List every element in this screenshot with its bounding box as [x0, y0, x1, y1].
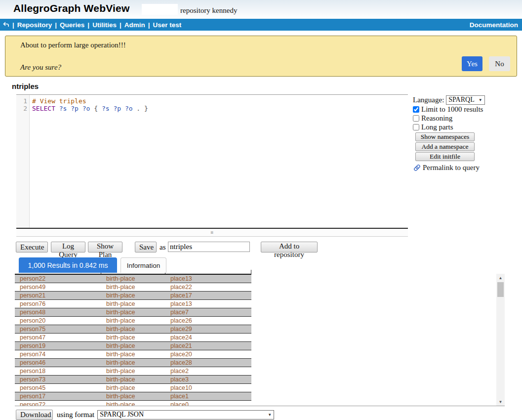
result-cell[interactable]: birth-place — [101, 308, 165, 316]
show-plan-button[interactable]: Show Plan — [88, 242, 122, 252]
nav-item-queries[interactable]: Queries — [60, 21, 84, 29]
language-select[interactable]: SPARQL ▼ — [446, 95, 484, 105]
result-cell[interactable]: place21 — [165, 342, 251, 350]
result-cell[interactable]: birth-place — [101, 359, 165, 367]
scroll-down-icon[interactable]: ▼ — [496, 398, 505, 406]
result-cell[interactable]: birth-place — [101, 292, 165, 299]
execute-button[interactable]: Execute — [16, 242, 48, 252]
nav-items: |Repository|Queries|Utilities|Admin|User… — [9, 21, 181, 29]
checkbox-reasoning[interactable] — [413, 115, 419, 122]
result-cell[interactable]: person47 — [15, 334, 101, 341]
sparql-code-editor[interactable]: 1# View triples2SELECT ?s ?p ?o { ?s ?p … — [16, 94, 408, 229]
result-cell[interactable]: person72 — [15, 401, 101, 406]
result-cell[interactable]: birth-place — [101, 325, 165, 333]
app-title: AllegroGraph WebView — [13, 2, 129, 14]
result-cell[interactable]: person73 — [15, 376, 101, 383]
scroll-up-icon[interactable]: ▲ — [496, 274, 505, 282]
show-namespaces-button[interactable]: Show namespaces — [415, 132, 475, 141]
result-cell[interactable]: place29 — [165, 325, 251, 333]
result-cell[interactable]: birth-place — [101, 283, 165, 291]
result-cell[interactable]: birth-place — [101, 300, 165, 308]
result-cell[interactable]: place3 — [165, 376, 251, 383]
add-a-namespace-button[interactable]: Add a namespace — [415, 142, 475, 151]
save-button[interactable]: Save — [135, 242, 157, 252]
result-cell[interactable]: place17 — [165, 292, 251, 299]
allegrograph-webview-app: AllegroGraph WebView repository kennedy … — [0, 0, 522, 420]
result-cell[interactable]: person75 — [15, 325, 101, 333]
result-cell[interactable]: birth-place — [101, 342, 165, 350]
editor-resize-handle[interactable]: ≡ — [16, 230, 408, 237]
result-cell[interactable]: person22 — [15, 275, 101, 283]
checkbox-row-limit-to-1000-results: Limit to 1000 results — [413, 105, 519, 114]
table-row: person48birth-placeplace7 — [15, 308, 251, 317]
table-row: person49birth-placeplace22 — [15, 283, 251, 292]
result-cell[interactable]: place2 — [165, 367, 251, 375]
result-cell[interactable]: place20 — [165, 350, 251, 358]
result-cell[interactable]: birth-place — [101, 367, 165, 375]
result-cell[interactable]: birth-place — [101, 384, 165, 392]
table-row: person18birth-placeplace2 — [15, 367, 251, 376]
table-row: person76birth-placeplace13 — [15, 300, 251, 308]
result-cell[interactable]: birth-place — [101, 376, 165, 383]
result-cell[interactable]: birth-place — [101, 334, 165, 341]
result-cell[interactable]: person19 — [15, 342, 101, 350]
result-cell[interactable]: place13 — [165, 275, 251, 283]
nav-item-utilities[interactable]: Utilities — [92, 21, 117, 29]
permalink-to-query-link[interactable]: Permalink to query — [413, 164, 519, 172]
checkbox-row-reasoning: Reasoning — [413, 114, 519, 123]
result-cell[interactable]: person21 — [15, 292, 101, 299]
result-cell[interactable]: place7 — [165, 308, 251, 316]
warning-message: About to perform large operation!!! — [20, 41, 126, 49]
nav-item-documentation[interactable]: Documentation — [470, 21, 522, 29]
nav-separator: | — [148, 21, 150, 29]
result-cell[interactable]: person45 — [15, 384, 101, 392]
checkbox-limit-to-1000-results[interactable] — [413, 106, 419, 113]
result-cell[interactable]: place0 — [165, 401, 251, 406]
checkbox-long-parts[interactable] — [413, 124, 419, 130]
result-cell[interactable]: person18 — [15, 367, 101, 375]
tab-information[interactable]: Information — [120, 257, 166, 273]
back-arrow-icon[interactable] — [2, 21, 9, 28]
result-cell[interactable]: birth-place — [101, 401, 165, 406]
result-cell[interactable]: place22 — [165, 283, 251, 291]
no-button[interactable]: No — [489, 56, 510, 71]
link-icon — [413, 164, 421, 172]
format-select[interactable]: SPARQL JSON ▼ — [97, 410, 274, 420]
scrollbar-thumb[interactable] — [497, 282, 504, 297]
repository-label: repository kennedy — [180, 6, 237, 15]
edit-initfile-button[interactable]: Edit initfile — [415, 152, 475, 161]
query-name-heading: ntriples — [12, 82, 39, 90]
tab-results[interactable]: 1,000 Results in 0.842 ms — [19, 257, 117, 273]
result-cell[interactable]: birth-place — [101, 275, 165, 283]
result-cell[interactable]: person76 — [15, 300, 101, 308]
nav-item-user-test[interactable]: User test — [153, 21, 181, 29]
result-cell[interactable]: person17 — [15, 392, 101, 400]
result-cell[interactable]: place26 — [165, 317, 251, 325]
result-cell[interactable]: birth-place — [101, 317, 165, 325]
title-edit-box[interactable] — [142, 4, 178, 15]
language-row: Language: SPARQL ▼ — [413, 95, 519, 105]
log-query-button[interactable]: Log Query — [51, 242, 85, 252]
large-operation-warning: About to perform large operation!!! Are … — [5, 36, 517, 77]
yes-button[interactable]: Yes — [462, 56, 482, 71]
nav-item-admin[interactable]: Admin — [124, 21, 145, 29]
download-button[interactable]: Download — [16, 410, 53, 420]
using-format-label: using format — [57, 411, 94, 419]
save-name-input[interactable] — [168, 242, 250, 252]
result-cell[interactable]: place24 — [165, 334, 251, 341]
result-cell[interactable]: place10 — [165, 384, 251, 392]
add-to-repository-button[interactable]: Add to repository — [261, 242, 318, 252]
result-cell[interactable]: person48 — [15, 308, 101, 316]
query-options-sidebar: Language: SPARQL ▼ Limit to 1000 results… — [413, 95, 519, 172]
result-cell[interactable]: birth-place — [101, 350, 165, 358]
nav-item-repository[interactable]: Repository — [17, 21, 52, 29]
result-cell[interactable]: place1 — [165, 392, 251, 400]
result-cell[interactable]: person46 — [15, 359, 101, 367]
result-cell[interactable]: place28 — [165, 359, 251, 367]
results-scrollbar[interactable]: ▲ ▼ — [496, 274, 505, 406]
result-cell[interactable]: birth-place — [101, 392, 165, 400]
result-cell[interactable]: place13 — [165, 300, 251, 308]
result-cell[interactable]: person20 — [15, 317, 101, 325]
result-cell[interactable]: person49 — [15, 283, 101, 291]
result-cell[interactable]: person74 — [15, 350, 101, 358]
